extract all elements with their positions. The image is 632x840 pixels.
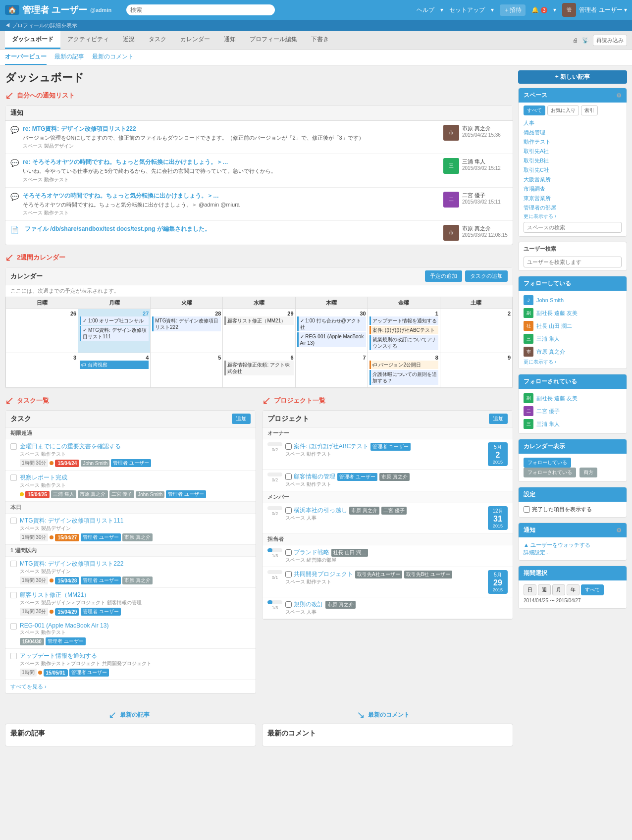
nav-setup[interactable]: セットアップ (449, 6, 485, 14)
followed-name-3[interactable]: 三浦 隼人 (536, 420, 560, 428)
task-user-admin-3[interactable]: 管理者 ユーザー (81, 533, 121, 541)
cal-event-mtg222[interactable]: MTG資料: デザイン改修項目リスト222 (152, 316, 221, 331)
back-to-profile-link[interactable]: ◀ プロフィールの詳細を表示 (5, 22, 77, 28)
task-name-7[interactable]: アップデート情報を通知する (20, 652, 251, 660)
cal-event-v2[interactable]: 🏷 バージョン2公開日 (369, 361, 438, 369)
task-name-2[interactable]: 視察レポート完成 (20, 473, 251, 482)
detail-settings-link[interactable]: 詳細設定... (524, 549, 550, 555)
add-task-button[interactable]: タスクの追加 (465, 270, 508, 282)
task-user-ichihara2[interactable]: 市原 真之介 (122, 533, 153, 541)
nav-invite[interactable]: ＋招待 (500, 4, 526, 16)
proj-checkbox-5[interactable] (285, 571, 292, 578)
space-link-hr[interactable]: 人事 (524, 118, 622, 128)
proj-user-yamada[interactable]: 社長 山田 潤二 (331, 549, 368, 557)
cal-event-labor[interactable]: 就業規則の改訂についてアナウンスする (369, 335, 438, 350)
notifications-gear-icon[interactable]: ⚙ (616, 527, 622, 534)
task-user-admin-4[interactable]: 管理者 ユーザー (81, 577, 121, 584)
following-name-5[interactable]: 市原 真之介 (536, 348, 565, 356)
notif-title-1[interactable]: re: MTG資料: デザイン改修項目リスト222 (23, 125, 439, 133)
space-link-supplies[interactable]: 備品管理 (524, 128, 622, 137)
header-user-menu[interactable]: 管 管理者 ユーザー ▾ (562, 3, 627, 17)
subtab-latest-articles[interactable]: 最新の記事 (54, 50, 84, 65)
add-schedule-button[interactable]: 予定の追加 (425, 270, 462, 282)
proj-name-3[interactable]: 横浜本社の引っ越し (294, 506, 347, 515)
proj-user-torihiki-a[interactable]: 取引先A社ユーザー (355, 571, 402, 578)
spaces-tab-favorites[interactable]: お気に入り (547, 105, 579, 115)
see-all-tasks[interactable]: すべてを見る › (5, 680, 256, 693)
nav-help[interactable]: ヘルプ (417, 6, 434, 14)
proj-checkbox-3[interactable] (285, 507, 292, 514)
cal-display-both-btn[interactable]: 両方 (579, 468, 597, 477)
proj-name-2[interactable]: 顧客情報の管理 (294, 472, 335, 481)
task-checkbox-6[interactable] (10, 623, 17, 630)
proj-user-ichihara2[interactable]: 市原 真之介 (349, 507, 379, 515)
proj-name-1[interactable]: 案件: ほげほげ社ABCテスト (294, 442, 369, 451)
cal-event-update[interactable]: アップデート情報を通知する (369, 316, 438, 325)
task-user-ichihara[interactable]: 市原 真之介 (78, 490, 108, 498)
cal-event-reg001[interactable]: ✓ REG-001 (Apple MacBook Air 13) (297, 332, 366, 347)
space-link-partner-a[interactable]: 取引先A社 (524, 147, 622, 156)
proj-user-ichihara3[interactable]: 市原 真之介 (325, 601, 356, 609)
proj-name-5[interactable]: 共同開発プロジェクト (294, 570, 353, 578)
period-btn-week[interactable]: 週 (538, 584, 551, 595)
tab-profile-edit[interactable]: プロフィール編集 (243, 31, 304, 49)
cal-event-cust-list[interactable]: 顧客リスト修正（MM21） (224, 316, 293, 325)
proj-user-torihiki-b[interactable]: 取引先B社 ユーザー (404, 571, 452, 578)
task-user-johnsmith[interactable]: John Smith (81, 460, 109, 467)
cal-event-kaigo[interactable]: 介護休暇についての規則を追加する？ (369, 370, 438, 385)
print-icon[interactable]: 🖨 (573, 37, 578, 43)
task-name-1[interactable]: 金曜日までにこの重要文書を確認する (20, 442, 251, 451)
cal-display-followed-btn[interactable]: フォローされている (524, 468, 576, 477)
tab-dashboard[interactable]: ダッシュボード (5, 31, 60, 49)
tab-tasks[interactable]: タスク (142, 31, 173, 49)
task-checkbox-7[interactable] (10, 653, 17, 659)
notif-title-4[interactable]: ファイル /db/share/sandbox/test docs/test.pn… (25, 225, 439, 233)
proj-user-admin-2[interactable]: 管理者 ユーザー (337, 473, 377, 481)
task-user-admin-1[interactable]: 管理者 ユーザー (111, 459, 151, 467)
space-link-admin-room[interactable]: 管理者の部屋 (524, 203, 622, 212)
task-checkbox-4[interactable] (10, 561, 17, 567)
space-link-tokyo[interactable]: 東京営業所 (524, 194, 622, 203)
task-user-johnsmith2[interactable]: John Smith (136, 491, 164, 498)
period-btn-day[interactable]: 日 (524, 584, 536, 595)
task-user-ninomiya[interactable]: 二宮 優子 (109, 490, 135, 498)
subtab-latest-comments[interactable]: 最新のコメント (92, 50, 134, 65)
tab-calendar[interactable]: カレンダー (173, 31, 217, 49)
proj-name-6[interactable]: 規則の改訂 (294, 600, 323, 609)
space-search-input[interactable] (524, 222, 622, 233)
tab-drafts[interactable]: 下書き (304, 31, 336, 49)
following-name-2[interactable]: 副社長 遠藤 友美 (536, 310, 578, 317)
task-user-ichihara3[interactable]: 市原 真之介 (122, 577, 153, 584)
task-user-admin-5[interactable]: 管理者 ユーザー (81, 608, 121, 616)
cal-event-abc[interactable]: 案件: ほげほげ社ABCテスト (369, 326, 438, 334)
spaces-tab-index[interactable]: 索引 (581, 105, 598, 115)
spaces-tab-all[interactable]: すべて (524, 105, 545, 115)
following-show-more[interactable]: 更に表示する › (524, 359, 556, 365)
proj-user-ichihara[interactable]: 市原 真之介 (379, 473, 410, 481)
task-checkbox-5[interactable] (10, 592, 17, 598)
proj-user-admin-1[interactable]: 管理者 ユーザー (370, 443, 411, 451)
task-user-miura[interactable]: 三浦 隼人 (51, 490, 76, 498)
followed-name-1[interactable]: 副社長 遠藤 友美 (536, 395, 578, 402)
new-article-button[interactable]: + 新しい記事 (518, 70, 627, 84)
settings-show-done-label[interactable]: 完了した項目を表示する (524, 506, 622, 513)
task-name-6[interactable]: REG-001 (Apple MacBook Air 13) (20, 622, 251, 629)
task-user-admin-6[interactable]: 管理者 ユーザー (46, 637, 86, 645)
task-name-3[interactable]: MTG資料: デザイン改修項目リスト111 (20, 517, 251, 525)
tasks-add-button[interactable]: 追加 (232, 414, 251, 424)
followed-name-2[interactable]: 二宮 優子 (536, 408, 560, 415)
cal-event-act[interactable]: ✓ 1:00 打ち合わせ@アクト社 (297, 316, 366, 331)
search-input[interactable] (126, 4, 275, 15)
cal-display-following-btn[interactable]: フォローしている (524, 458, 571, 468)
watch-user-link[interactable]: ▲ ユーザーをウォッチする (524, 542, 590, 548)
task-name-4[interactable]: MTG資料: デザイン改修項目リスト222 (20, 560, 251, 568)
space-link-research[interactable]: 市場調査 (524, 184, 622, 194)
task-user-admin-2[interactable]: 管理者 ユーザー (166, 490, 206, 498)
user-search-input[interactable] (524, 257, 622, 267)
task-user-admin-7[interactable]: 管理者 ユーザー (69, 669, 109, 677)
space-link-test[interactable]: 動作テスト (524, 137, 622, 147)
period-btn-all[interactable]: すべて (581, 584, 604, 595)
space-link-partner-b[interactable]: 取引先B社 (524, 156, 622, 165)
reload-button[interactable]: 再読み込み (593, 35, 627, 46)
proj-checkbox-6[interactable] (285, 601, 292, 608)
